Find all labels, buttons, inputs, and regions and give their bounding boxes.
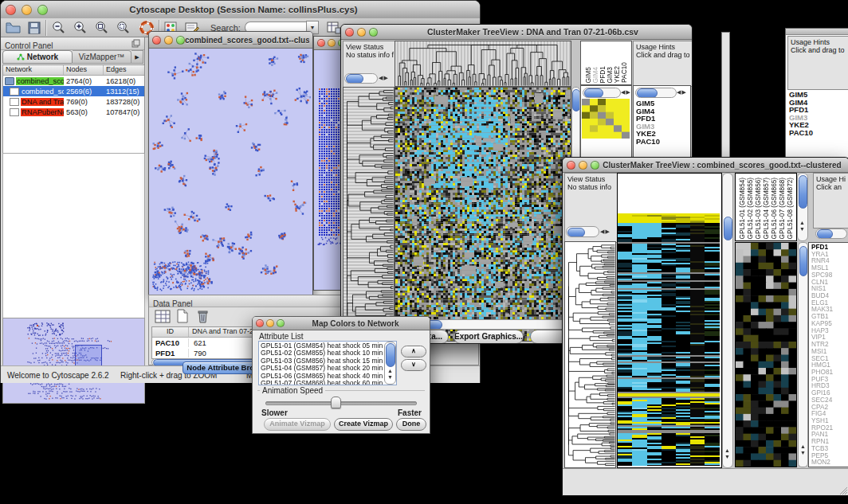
animation-speed-slider[interactable] (265, 401, 417, 405)
column-dendrogram[interactable] (395, 41, 571, 87)
zoom-out-icon[interactable] (51, 21, 67, 35)
minimize-button[interactable] (266, 319, 274, 327)
zoom-selected-icon[interactable] (116, 21, 132, 35)
zoom-button[interactable] (277, 319, 285, 327)
open-folder-icon[interactable] (6, 21, 22, 34)
gene-label[interactable]: PAC10 (789, 129, 813, 137)
network-view-title: combined_scores_good.txt--cluste... (185, 36, 309, 45)
slider-thumb[interactable] (331, 397, 341, 408)
tab-overflow-button[interactable]: ▶ (132, 50, 143, 64)
attribute-item[interactable]: GPL51-07 (GSM868) heat shock 60 min (261, 380, 395, 385)
column-label[interactable]: GPL51-01 (GSM854) (739, 178, 746, 239)
close-button[interactable] (152, 36, 161, 45)
minimize-button[interactable] (579, 161, 587, 170)
column-label[interactable]: GPL51-04 (GSM857) (763, 178, 770, 239)
attribute-list-scrollbar[interactable]: ▲▼ (384, 342, 396, 385)
minimize-button[interactable] (328, 39, 336, 47)
minimize-button[interactable] (164, 36, 173, 45)
column-label[interactable]: GPL51-02 (GSM855) (747, 178, 754, 239)
export-graphics-button[interactable]: Export Graphics... (453, 330, 524, 344)
zoom-in-icon[interactable] (73, 21, 88, 35)
move-down-button[interactable]: ∨ (401, 359, 426, 371)
gene-label-list: GIM5GIM4PFD1GIM3YKE2PAC10 (789, 91, 813, 136)
zoom-button[interactable] (591, 161, 599, 170)
close-button[interactable] (256, 319, 264, 327)
minimize-button[interactable] (22, 5, 32, 15)
network-view-title-bar[interactable]: combined_scores_good.txt--cluste... (149, 32, 312, 49)
network-row[interactable]: DNA and Tran 07769(0)183728(0) (3, 96, 144, 107)
control-panel-title: Control Panel (5, 41, 53, 50)
zoom-fit-icon[interactable] (94, 21, 110, 35)
column-labels-scrollbar[interactable]: ▲▼ (797, 173, 808, 241)
zoom-vscrollbar[interactable]: ▲▼ (798, 242, 808, 467)
float-window-icon[interactable] (132, 39, 140, 48)
column-header-network[interactable]: Network (3, 65, 64, 75)
done-button[interactable]: Done (396, 418, 426, 431)
view-status-scrollbar[interactable] (566, 226, 599, 237)
column-header-nodes[interactable]: Nodes (64, 65, 104, 75)
treeview1-title-bar[interactable]: ClusterMaker TreeView : DNA and Tran 07-… (341, 25, 692, 40)
network-row-edges: 13112(15) (104, 88, 144, 96)
view-status-scrollbar[interactable] (344, 73, 378, 84)
heatmap-zoom-view[interactable] (582, 99, 630, 139)
treeview1-title: ClusterMaker TreeView : DNA and Tran 07-… (378, 27, 688, 37)
network-row-nodes: 769(0) (64, 98, 104, 106)
tab-network[interactable]: Network (2, 50, 73, 64)
gene-list-hscrollbar[interactable] (635, 88, 677, 98)
gene-label[interactable]: PAC10 (636, 138, 660, 146)
column-label[interactable]: GPL51-08 (GSM872) (787, 178, 794, 239)
attribute-listbox[interactable]: GPL51-01 (GSM854) heat shock 05 minGPL51… (258, 341, 397, 385)
treeview2-title-bar[interactable]: ClusterMaker TreeView : combined_scores_… (563, 158, 848, 173)
network-row[interactable]: combined_sco2569(6)13112(15) (3, 86, 144, 96)
dialog-title-bar[interactable]: Map Colors to Network (253, 317, 430, 330)
dialog-title: Map Colors to Network (285, 319, 426, 328)
treeview2-title: ClusterMaker TreeView : combined_scores_… (599, 161, 845, 170)
main-title-bar[interactable]: Cytoscape Desktop (Session Name: collins… (1, 1, 480, 19)
usage-hints-scrollbar[interactable] (815, 229, 847, 239)
move-up-button[interactable]: ∧ (401, 346, 426, 357)
save-icon[interactable] (28, 21, 41, 34)
close-button[interactable] (6, 5, 16, 15)
close-button[interactable] (345, 28, 354, 37)
resize-grip[interactable] (838, 486, 848, 495)
tab-vizmapper[interactable]: VizMapper™ (73, 50, 132, 64)
column-label[interactable]: GPL51-07 (GSM868) (779, 178, 786, 239)
column-label[interactable]: GPL51-06 (GSM865) (771, 178, 778, 239)
network-row[interactable]: combined_scores2764(0)16218(0) (3, 76, 144, 86)
animate-vizmap-button[interactable]: Animate Vizmap (264, 418, 331, 431)
zoom-button[interactable] (37, 5, 48, 15)
zoom-hscrollbar[interactable] (583, 88, 621, 98)
new-attribute-icon[interactable] (176, 309, 189, 323)
data-column-id[interactable]: ID (152, 327, 189, 337)
delete-attribute-icon[interactable] (197, 309, 209, 323)
network-row[interactable]: RNAPuberNov2+563(0)107847(0) (3, 107, 144, 117)
network-overview[interactable] (2, 318, 145, 404)
column-label[interactable]: PAC10 (620, 62, 628, 83)
close-button[interactable] (317, 39, 325, 47)
minimize-button[interactable] (357, 28, 366, 37)
treeview-window-back (721, 32, 730, 158)
heatmap-global-view[interactable] (395, 87, 571, 342)
row-dendrogram[interactable] (564, 241, 616, 468)
network-row-nodes: 2569(6) (64, 88, 104, 96)
network-graph-canvas[interactable] (149, 49, 311, 295)
usage-hints-panel: Usage Hints Click and drag to (633, 41, 693, 87)
network-row-name: combined_scores (3, 76, 64, 86)
zoom-button[interactable] (369, 28, 378, 37)
column-label[interactable]: GPL51-03 (GSM856) (755, 178, 762, 239)
table-grid-icon[interactable] (155, 310, 171, 323)
gene-label[interactable]: MON2 (811, 459, 833, 466)
zoom-button[interactable] (176, 36, 185, 45)
row-dendrogram[interactable] (343, 87, 395, 342)
close-button[interactable] (567, 161, 575, 170)
gene-label-list: PFD1YRA1RNR4MSL1SPC98CLN1NIS1BUD4ELG1MAK… (811, 244, 833, 466)
gene-label-list: GIM5GIM4PFD1GIM3YKE2PAC10 (636, 100, 660, 145)
cell-id: PFD1 (152, 349, 189, 357)
column-header-edges[interactable]: Edges (104, 65, 144, 75)
heatmap-vscrollbar[interactable]: ▲▼ (722, 173, 733, 468)
control-panel: Control Panel Network VizMapper™ ▶ Netwo… (1, 37, 145, 365)
heatmap-zoom-view[interactable] (735, 242, 797, 467)
attribute-table-icon[interactable] (327, 21, 341, 34)
create-vizmap-button[interactable]: Create Vizmap (334, 418, 393, 431)
heatmap-global-view[interactable] (617, 173, 722, 468)
